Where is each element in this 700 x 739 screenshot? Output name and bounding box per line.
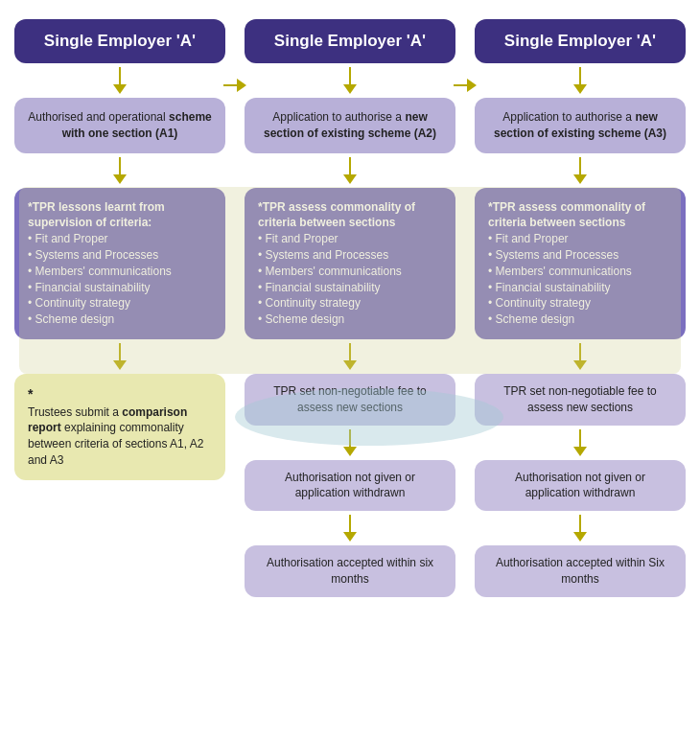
- col3-step4: Authorisation not given or application w…: [475, 460, 686, 512]
- arrow-col1-2: [113, 157, 127, 184]
- arrow-right-2-3: [454, 79, 477, 92]
- arrow-col1-3: [113, 343, 127, 370]
- arrow-col2-5: [343, 515, 357, 542]
- col2-step4: Authorisation not given or application w…: [245, 460, 455, 512]
- gap-2-3: [455, 19, 475, 92]
- arrow-col2-1: [343, 67, 357, 94]
- column-3: Single Employer 'A' Application to autho…: [475, 19, 686, 597]
- arrow-col3-4: [573, 429, 587, 456]
- arrow-col2-3: [343, 343, 357, 370]
- col1-step2: *TPR lessons learnt from supervision of …: [14, 188, 225, 339]
- arrow-col3-3: [573, 343, 587, 370]
- arrow-col2-2: [343, 157, 357, 184]
- col2-header: Single Employer 'A': [245, 19, 455, 63]
- col2-step1: Application to authorise a new section o…: [245, 98, 455, 153]
- arrow-col1-1: [113, 67, 127, 94]
- col3-step2: *TPR assess commonality of criteria betw…: [475, 188, 686, 339]
- arrow-col3-1: [573, 67, 587, 94]
- col2-step2: *TPR assess commonality of criteria betw…: [245, 188, 455, 339]
- col3-header: Single Employer 'A': [475, 19, 686, 63]
- col1-step1: Authorised and operational scheme with o…: [14, 98, 225, 153]
- column-1: Single Employer 'A' Authorised and opera…: [14, 19, 225, 480]
- arrow-col3-5: [573, 515, 587, 542]
- col1-header: Single Employer 'A': [14, 19, 225, 63]
- col1-step3: * Trustees submit a comparison report ex…: [14, 374, 225, 480]
- col2-step5: Authorisation accepted within six months: [245, 545, 455, 597]
- diagram-container: Single Employer 'A' Authorised and opera…: [19, 19, 681, 597]
- column-2: Single Employer 'A' Application to autho…: [245, 19, 455, 597]
- arrow-right-1-2: [223, 79, 246, 92]
- col3-step3: TPR set non-negotiable fee to assess new…: [475, 374, 686, 426]
- gap-1-2: [225, 19, 245, 92]
- col3-step1: Application to authorise a new section o…: [475, 98, 686, 153]
- arrow-col2-4: [343, 429, 357, 456]
- arrow-col3-2: [573, 157, 587, 184]
- col2-step3: TPR set non-negotiable fee to assess new…: [245, 374, 455, 426]
- col3-step5: Authorisation accepted within Six months: [475, 545, 686, 597]
